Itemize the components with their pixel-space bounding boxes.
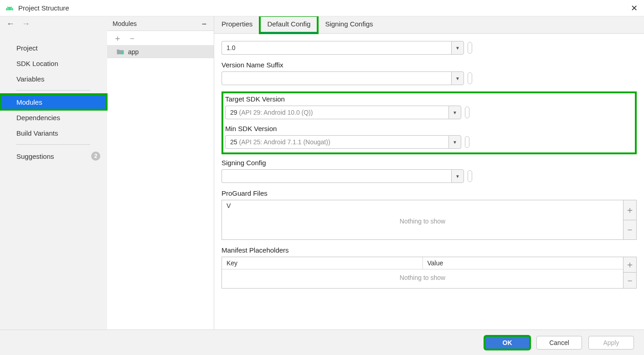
manifest-value-header: Value bbox=[423, 257, 623, 269]
sidebar-item-label: Build Variants bbox=[16, 129, 58, 137]
field-label: Manifest Placeholders bbox=[222, 246, 637, 254]
folder-icon bbox=[116, 49, 124, 55]
chevron-down-icon[interactable]: ▼ bbox=[448, 135, 461, 149]
version-name-field: 1.0 ▼ bbox=[222, 41, 637, 55]
tab-signing-configs[interactable]: Signing Configs bbox=[318, 16, 380, 33]
cancel-button[interactable]: Cancel bbox=[536, 336, 582, 350]
suggestions-badge: 2 bbox=[91, 152, 100, 161]
android-icon bbox=[5, 4, 14, 12]
manifest-table[interactable]: Key Value Nothing to show bbox=[222, 257, 623, 289]
target-sdk-combo[interactable]: 29 (API 29: Android 10.0 (Q)) ▼ bbox=[225, 106, 461, 119]
sidebar-item-modules[interactable]: Modules bbox=[0, 94, 107, 110]
window-title: Project Structure bbox=[18, 4, 69, 12]
field-label: Target SDK Version bbox=[225, 95, 632, 103]
minimize-icon[interactable]: － bbox=[200, 18, 208, 29]
proguard-listbox[interactable]: V Nothing to show bbox=[222, 200, 623, 240]
signing-config-combo[interactable]: ▼ bbox=[222, 169, 464, 183]
forward-arrow-icon[interactable]: → bbox=[22, 19, 30, 29]
ok-button[interactable]: OK bbox=[484, 336, 530, 350]
sdk-version-group: Target SDK Version 29 (API 29: Android 1… bbox=[222, 91, 637, 154]
modules-panel: Modules － ＋ － app bbox=[107, 16, 214, 330]
tab-properties[interactable]: Properties bbox=[214, 16, 260, 33]
chevron-down-icon[interactable]: ▼ bbox=[448, 106, 461, 119]
add-module-button[interactable]: ＋ bbox=[113, 33, 122, 44]
manifest-buttons: ＋ － bbox=[623, 257, 637, 289]
field-handle[interactable] bbox=[468, 170, 472, 182]
chevron-down-icon[interactable]: ▼ bbox=[451, 41, 464, 55]
field-handle[interactable] bbox=[465, 136, 469, 148]
sidebar-item-label: Modules bbox=[16, 98, 42, 106]
details-panel: Properties Default Config Signing Config… bbox=[214, 16, 644, 330]
sidebar-item-label: Variables bbox=[16, 75, 44, 83]
back-arrow-icon[interactable]: ← bbox=[6, 19, 15, 29]
tab-default-config[interactable]: Default Config bbox=[260, 16, 318, 33]
manifest-table-header: Key Value bbox=[222, 257, 623, 269]
manifest-empty-text: Nothing to show bbox=[222, 274, 623, 281]
close-icon[interactable]: ✕ bbox=[631, 3, 638, 13]
sidebar-separator bbox=[16, 90, 90, 91]
dialog-footer: OK Cancel Apply bbox=[0, 330, 644, 355]
field-label: ProGuard Files bbox=[222, 189, 637, 197]
chevron-down-icon[interactable]: ▼ bbox=[451, 169, 464, 183]
field-label: Min SDK Version bbox=[225, 125, 632, 132]
manifest-field: Manifest Placeholders Key Value Nothing … bbox=[222, 246, 637, 289]
field-handle[interactable] bbox=[468, 72, 472, 84]
tabs: Properties Default Config Signing Config… bbox=[214, 16, 644, 34]
signing-config-field: Signing Config ▼ bbox=[222, 159, 637, 183]
svg-point-0 bbox=[122, 52, 124, 55]
module-list: app bbox=[107, 46, 214, 330]
proguard-buttons: ＋ － bbox=[623, 200, 637, 240]
proguard-row: V bbox=[222, 200, 623, 211]
min-sdk-value: 25 bbox=[230, 138, 237, 146]
nav-arrows: ← → bbox=[0, 16, 107, 31]
proguard-field: ProGuard Files V Nothing to show ＋ － bbox=[222, 189, 637, 240]
version-name-value: 1.0 bbox=[227, 44, 235, 51]
sidebar-items: Project SDK Location Variables Modules D… bbox=[0, 31, 107, 164]
add-proguard-button[interactable]: ＋ bbox=[623, 200, 637, 220]
field-handle[interactable] bbox=[465, 106, 469, 118]
modules-toolbar: ＋ － bbox=[107, 31, 214, 46]
sidebar-item-label: SDK Location bbox=[16, 60, 58, 67]
sidebar-item-label: Suggestions bbox=[16, 152, 54, 160]
min-sdk-combo[interactable]: 25 (API 25: Android 7.1.1 (Nougat)) ▼ bbox=[225, 135, 461, 149]
sidebar-item-sdk-location[interactable]: SDK Location bbox=[0, 56, 107, 71]
sidebar: ← → Project SDK Location Variables Modul… bbox=[0, 16, 107, 330]
title-bar: Project Structure ✕ bbox=[0, 0, 644, 16]
min-sdk-field: Min SDK Version 25 (API 25: Android 7.1.… bbox=[225, 125, 632, 149]
details-body: 1.0 ▼ Version Name Suffix ▼ bbox=[214, 34, 644, 330]
sidebar-item-variables[interactable]: Variables bbox=[0, 71, 107, 86]
version-name-suffix-combo[interactable]: ▼ bbox=[222, 71, 464, 85]
apply-button[interactable]: Apply bbox=[588, 336, 634, 350]
field-label: Signing Config bbox=[222, 159, 637, 167]
version-name-suffix-field: Version Name Suffix ▼ bbox=[222, 61, 637, 85]
remove-module-button[interactable]: － bbox=[128, 33, 136, 44]
field-label: Version Name Suffix bbox=[222, 61, 637, 69]
target-sdk-hint: (API 29: Android 10.0 (Q)) bbox=[239, 109, 313, 116]
chevron-down-icon[interactable]: ▼ bbox=[451, 71, 464, 85]
remove-proguard-button[interactable]: － bbox=[623, 220, 637, 240]
sidebar-item-build-variants[interactable]: Build Variants bbox=[0, 125, 107, 141]
modules-header: Modules － bbox=[107, 16, 214, 31]
manifest-key-header: Key bbox=[222, 257, 423, 269]
sidebar-separator bbox=[16, 144, 90, 145]
modules-title: Modules bbox=[113, 20, 137, 27]
module-item-app[interactable]: app bbox=[107, 46, 214, 58]
add-manifest-button[interactable]: ＋ bbox=[623, 257, 637, 273]
sidebar-item-suggestions[interactable]: Suggestions 2 bbox=[0, 148, 107, 164]
sidebar-item-project[interactable]: Project bbox=[0, 40, 107, 56]
sidebar-item-label: Dependencies bbox=[16, 114, 60, 122]
field-handle[interactable] bbox=[468, 42, 472, 54]
target-sdk-value: 29 bbox=[230, 109, 237, 116]
remove-manifest-button[interactable]: － bbox=[623, 273, 637, 289]
sidebar-item-dependencies[interactable]: Dependencies bbox=[0, 110, 107, 125]
proguard-empty-text: Nothing to show bbox=[222, 218, 623, 225]
target-sdk-field: Target SDK Version 29 (API 29: Android 1… bbox=[225, 95, 632, 119]
main-area: ← → Project SDK Location Variables Modul… bbox=[0, 16, 644, 330]
min-sdk-hint: (API 25: Android 7.1.1 (Nougat)) bbox=[239, 138, 330, 146]
module-item-label: app bbox=[128, 48, 139, 56]
version-name-combo[interactable]: 1.0 ▼ bbox=[222, 41, 464, 55]
sidebar-item-label: Project bbox=[16, 44, 38, 52]
